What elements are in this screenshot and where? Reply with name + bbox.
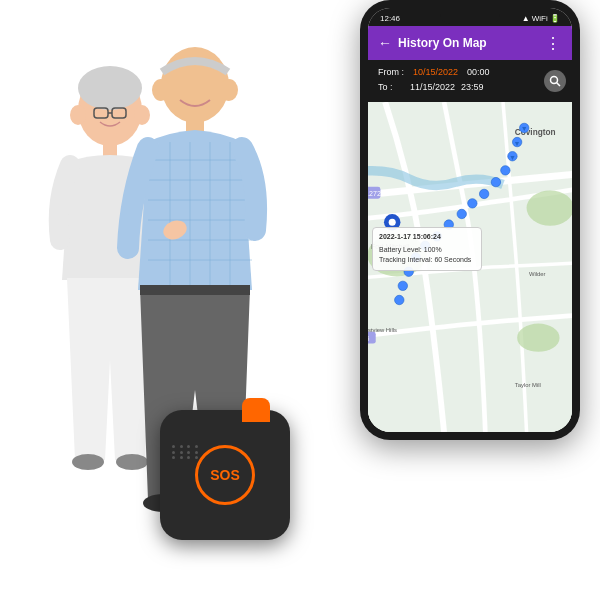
svg-rect-25 (140, 285, 250, 295)
svg-point-46 (468, 199, 477, 208)
tooltip-datetime: 2022-1-17 15:06:24 (379, 232, 475, 243)
svg-point-43 (501, 166, 510, 175)
to-label: To : (378, 82, 406, 92)
svg-text:1272: 1272 (368, 190, 381, 197)
tooltip-tracking: Tracking Interval: 60 Seconds (379, 255, 475, 266)
status-icons: ▲ WiFi 🔋 (522, 14, 560, 23)
tooltip-battery: Battery Level: 100% (379, 245, 475, 256)
from-label: From : (378, 67, 406, 77)
search-button[interactable] (544, 70, 566, 92)
svg-point-54 (395, 295, 404, 304)
svg-point-33 (527, 190, 572, 225)
svg-point-12 (152, 79, 170, 101)
date-filter: From : 10/15/2022 00:00 To : 11/15/2022 … (368, 60, 572, 102)
svg-point-47 (457, 209, 466, 218)
from-date-value[interactable]: 10/15/2022 (410, 66, 461, 78)
svg-point-29 (551, 77, 558, 84)
svg-point-2 (78, 66, 142, 110)
svg-text:▼: ▼ (509, 154, 516, 161)
svg-point-6 (70, 105, 86, 125)
to-date-value[interactable]: 11/15/2022 (410, 82, 455, 92)
svg-line-30 (557, 83, 561, 87)
svg-point-10 (116, 454, 148, 470)
sos-button[interactable]: SOS (195, 445, 255, 505)
svg-text:Wilder: Wilder (529, 271, 546, 277)
svg-point-34 (517, 324, 559, 352)
svg-point-53 (398, 281, 407, 290)
from-time-value[interactable]: 00:00 (467, 67, 490, 77)
sos-device-tab (242, 398, 270, 422)
speaker-grille (172, 445, 200, 459)
svg-point-59 (389, 219, 396, 226)
from-row: From : 10/15/2022 00:00 (378, 66, 562, 78)
back-button[interactable]: ← (378, 35, 392, 51)
app-header: ← History On Map ⋮ (368, 26, 572, 60)
svg-text:Taylor Mill: Taylor Mill (515, 382, 541, 388)
status-time: 12:46 (380, 14, 400, 23)
svg-text:▼: ▼ (514, 140, 521, 147)
to-row: To : 11/15/2022 23:59 (378, 82, 562, 92)
phone-notch (440, 8, 500, 24)
map-area: Covington Fort Mitchell Westview Hills W… (368, 102, 572, 432)
to-time-value[interactable]: 23:59 (461, 82, 484, 92)
svg-point-44 (491, 177, 500, 186)
svg-point-9 (72, 454, 104, 470)
phone-mockup: 12:46 ▲ WiFi 🔋 ← History On Map ⋮ From :… (360, 0, 580, 440)
page-title: History On Map (398, 36, 487, 50)
svg-point-7 (134, 105, 150, 125)
location-tooltip: 2022-1-17 15:06:24 Battery Level: 100% T… (372, 227, 482, 271)
sos-device: SOS (160, 410, 290, 540)
date-filter-section: From : 10/15/2022 00:00 To : 11/15/2022 … (368, 60, 572, 102)
svg-text:16: 16 (368, 335, 369, 342)
svg-point-13 (220, 79, 238, 101)
svg-text:▼: ▼ (521, 125, 528, 132)
svg-point-45 (479, 189, 488, 198)
menu-dots-button[interactable]: ⋮ (545, 34, 562, 53)
